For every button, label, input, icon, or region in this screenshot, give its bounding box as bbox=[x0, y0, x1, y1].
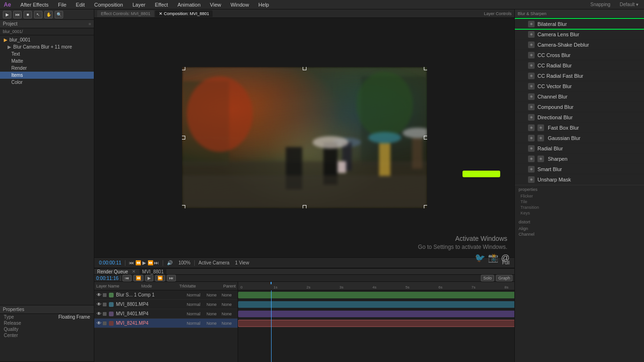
effect-channel-blur[interactable]: ◈ Channel Blur bbox=[515, 91, 644, 102]
layer-vis-2[interactable]: 👁 bbox=[96, 302, 102, 307]
sub-keys[interactable]: Keys bbox=[519, 210, 640, 216]
effect-radial-blur[interactable]: ◈ Radial Blur bbox=[515, 143, 644, 154]
effect-unsharp-mask[interactable]: ◈ Unsharp Mask bbox=[515, 174, 644, 185]
layer-row-4[interactable]: 👁 MVI_8241.MP4 Normal None None bbox=[94, 319, 238, 328]
zoom-level[interactable]: 100% bbox=[176, 260, 192, 265]
layer-mode-1[interactable]: Normal bbox=[187, 293, 206, 297]
align-label[interactable]: Align bbox=[519, 226, 640, 231]
effect-cc-radial-blur[interactable]: ◈ CC Radial Blur bbox=[515, 60, 644, 71]
layer-vis-3[interactable]: 👁 bbox=[96, 311, 102, 317]
menu-effect[interactable]: Effect bbox=[153, 2, 170, 8]
effect-camera-shake-deblur[interactable]: ◈ Camera-Shake Deblur bbox=[515, 40, 644, 50]
view-select[interactable]: Active Camera bbox=[197, 260, 231, 265]
project-panel-header: Project ≡ bbox=[0, 20, 94, 28]
timeline-ctrl-play[interactable]: ▶ bbox=[145, 275, 153, 281]
layer-vis-1[interactable]: 👁 bbox=[96, 292, 102, 298]
layer-none-7[interactable]: None bbox=[206, 321, 221, 326]
handle-top-right[interactable] bbox=[424, 67, 427, 70]
layer-vis-4[interactable]: 👁 bbox=[96, 321, 102, 326]
snapping-toggle[interactable]: Snapping bbox=[588, 2, 612, 7]
instagram-icon[interactable]: 📸 bbox=[488, 253, 498, 263]
layer-none-3[interactable]: None bbox=[206, 302, 221, 307]
canvas-area[interactable] bbox=[182, 67, 427, 208]
timeline-ctrl-3[interactable]: ⏩ bbox=[155, 275, 165, 281]
menu-file[interactable]: File bbox=[56, 2, 68, 8]
menu-composition[interactable]: Composition bbox=[92, 2, 125, 8]
timeline-ctrl-2[interactable]: ⏪ bbox=[133, 275, 143, 281]
menu-animation[interactable]: Animation bbox=[175, 2, 202, 8]
tab-composition[interactable]: ✕ Composition: MVI_8801 bbox=[155, 10, 213, 17]
project-item-2[interactable]: Matte bbox=[0, 58, 94, 65]
menu-help[interactable]: Help bbox=[256, 2, 271, 8]
timeline-timecode[interactable]: 0:00:11:16 bbox=[96, 276, 118, 281]
handle-top-left[interactable] bbox=[182, 67, 185, 70]
menu-after-effects[interactable]: After Effects bbox=[18, 2, 50, 8]
layer-row-3[interactable]: 👁 MVI_8401.MP4 Normal None None bbox=[94, 309, 238, 319]
twitter-icon[interactable]: 🐦 bbox=[475, 253, 485, 263]
handle-bottom-left[interactable] bbox=[182, 205, 185, 208]
distort-label[interactable]: distort bbox=[519, 220, 640, 224]
timecode-display[interactable]: 0:00:00:11 bbox=[97, 260, 123, 265]
menu-window[interactable]: Window bbox=[229, 2, 251, 8]
sub-tile[interactable]: Tile bbox=[519, 199, 640, 205]
sub-transition[interactable]: Transition bbox=[519, 205, 640, 210]
layout-select[interactable]: 1 View bbox=[233, 260, 251, 265]
project-item-3[interactable]: Render bbox=[0, 65, 94, 72]
playhead[interactable] bbox=[271, 290, 272, 362]
layer-none-6[interactable]: None bbox=[222, 312, 236, 316]
layer-none-1[interactable]: None bbox=[206, 293, 221, 297]
layer-none-4[interactable]: None bbox=[222, 302, 236, 307]
toolbar-btn-2[interactable]: ⏭ bbox=[13, 11, 22, 18]
layer-row-2[interactable]: 👁 MVI_8801.MP4 Normal None None bbox=[94, 300, 238, 309]
toolbar-hand[interactable]: ✋ bbox=[44, 11, 53, 18]
effect-cc-radial-fast-blur[interactable]: ◈ CC Radial Fast Blur bbox=[515, 71, 644, 81]
handle-mid-left[interactable] bbox=[182, 136, 185, 140]
timeline-tab-active[interactable]: MVI_8801 bbox=[140, 269, 167, 274]
menu-layer[interactable]: Layer bbox=[131, 2, 148, 8]
menu-edit[interactable]: Edit bbox=[74, 2, 87, 8]
effect-bilateral-blur[interactable]: ◈ Bilateral Blur bbox=[515, 19, 644, 29]
handle-top-mid[interactable] bbox=[303, 67, 306, 70]
layer-mode-4[interactable]: Normal bbox=[187, 321, 206, 326]
project-item-folder[interactable]: ▶ blur_0001 bbox=[0, 36, 94, 43]
playback-controls[interactable]: ⏮ ⏪ ▶ ⏩ ⏭ bbox=[127, 260, 161, 265]
effect-fast-box-blur[interactable]: ◈ ◈ Fast Box Blur bbox=[515, 123, 644, 133]
effect-cc-cross-blur[interactable]: ◈ CC Cross Blur bbox=[515, 50, 644, 60]
toolbar-select[interactable]: ↖ bbox=[34, 11, 42, 18]
effect-gaussian-blur[interactable]: ◈ ◈ Gaussian Blur bbox=[515, 133, 644, 143]
handle-mid-right[interactable] bbox=[424, 136, 427, 140]
timeline-ctrl-4[interactable]: ⏭ bbox=[167, 275, 176, 281]
effect-sharpen[interactable]: ◈ ◈ Sharpen bbox=[515, 154, 644, 164]
toolbar-btn-1[interactable]: ▶ bbox=[3, 11, 11, 18]
layer-none-8[interactable]: None bbox=[222, 321, 236, 326]
solo-btn[interactable]: Solo bbox=[481, 275, 494, 281]
render-queue-tab[interactable]: Render Queue bbox=[97, 269, 128, 274]
handle-bottom-mid[interactable] bbox=[303, 205, 306, 208]
layer-controls-tab[interactable]: Layer Controls bbox=[484, 11, 512, 16]
project-item-comp[interactable]: ▶ Blur Camera Blur + 11 more bbox=[0, 43, 94, 50]
menu-view[interactable]: View bbox=[208, 2, 223, 8]
toolbar-btn-3[interactable]: ■ bbox=[24, 11, 32, 18]
effect-directional-blur[interactable]: ◈ Directional Blur bbox=[515, 112, 644, 123]
graph-editor-btn[interactable]: Graph bbox=[496, 275, 512, 281]
effect-compound-blur[interactable]: ◈ Compound Blur bbox=[515, 102, 644, 112]
handle-bottom-right[interactable] bbox=[424, 205, 427, 208]
at-icon[interactable]: @ bbox=[501, 253, 510, 263]
effect-smart-blur[interactable]: ◈ Smart Blur bbox=[515, 164, 644, 174]
tab-effect-controls[interactable]: Effect Controls: MVI_8801 bbox=[97, 10, 154, 17]
layer-mode-2[interactable]: Normal bbox=[187, 302, 206, 307]
layer-none-5[interactable]: None bbox=[206, 312, 221, 316]
audio-toggle[interactable]: 🔊 bbox=[165, 260, 174, 265]
project-item-1[interactable]: Text bbox=[0, 50, 94, 58]
project-item-4[interactable]: Items bbox=[0, 72, 94, 79]
channel-label[interactable]: Channel bbox=[519, 231, 640, 237]
toolbar-zoom[interactable]: 🔍 bbox=[55, 11, 63, 18]
layer-row-1[interactable]: 👁 Blur S... 1 Comp 1 Normal None None bbox=[94, 290, 238, 300]
effect-camera-lens-blur[interactable]: ◈ Camera Lens Blur bbox=[515, 29, 644, 40]
timeline-ctrl-1[interactable]: ⏮ bbox=[123, 275, 132, 281]
effect-cc-vector-blur[interactable]: ◈ CC Vector Blur bbox=[515, 81, 644, 91]
layer-mode-3[interactable]: Normal bbox=[187, 312, 206, 316]
sub-flicker[interactable]: Flicker bbox=[519, 193, 640, 199]
layer-none-2[interactable]: None bbox=[222, 293, 236, 297]
project-item-5[interactable]: Color bbox=[0, 79, 94, 86]
